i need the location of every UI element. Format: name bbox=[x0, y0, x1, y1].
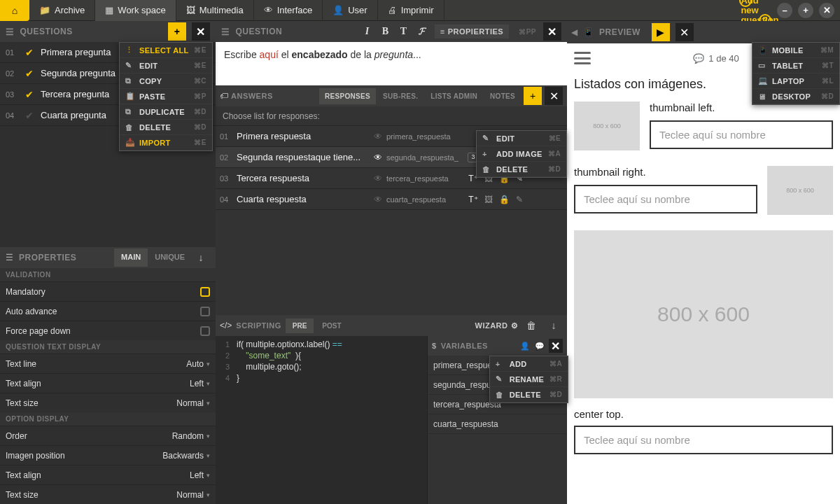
close-questions-button[interactable]: ✕ bbox=[192, 22, 210, 41]
lock-icon[interactable]: 🔒 bbox=[498, 195, 510, 204]
ctx-import[interactable]: 📥IMPORT⌘E bbox=[120, 135, 212, 150]
user-icon[interactable]: 👤 bbox=[520, 342, 531, 351]
add-question-button[interactable]: + bbox=[168, 22, 186, 41]
menu-multimedia[interactable]: 🖼Multimedia bbox=[176, 0, 254, 21]
scripting-delete-button[interactable]: 🗑 bbox=[522, 316, 540, 335]
bold-button[interactable]: B bbox=[379, 26, 393, 37]
tab-main[interactable]: MAIN bbox=[114, 248, 148, 267]
answer-row[interactable]: 04Cuarta respuesta👁cuarta_respuestaT⁺🖼🔒✎ bbox=[216, 189, 567, 210]
device-mobile[interactable]: 📱MOBILE⌘M bbox=[752, 43, 839, 58]
center-top-label: center top. bbox=[574, 408, 833, 420]
eye-icon[interactable]: 👁 bbox=[374, 174, 382, 183]
tab-pre[interactable]: PRE bbox=[286, 318, 314, 333]
gear-icon: ⚙ bbox=[511, 321, 519, 330]
ctx-delete-answer[interactable]: 🗑DELETE⌘D bbox=[477, 162, 566, 177]
maximize-button[interactable]: + bbox=[798, 3, 813, 18]
menu-archive[interactable]: 📁Archive bbox=[29, 0, 95, 21]
ctx-rename-var[interactable]: ✎RENAME⌘R bbox=[490, 372, 568, 387]
device-desktop[interactable]: 🖥DESKTOP⌘D bbox=[752, 89, 839, 104]
tab-post[interactable]: POST bbox=[315, 318, 348, 333]
variable-row[interactable]: cuarta_respuesta bbox=[428, 414, 567, 434]
prop-order[interactable]: OrderRandom▾ bbox=[0, 426, 216, 445]
tab-responses[interactable]: RESPONSES bbox=[319, 88, 376, 104]
tab-notes[interactable]: NOTES bbox=[484, 88, 521, 104]
play-preview-button[interactable]: ▶ bbox=[652, 23, 670, 41]
italic-button[interactable]: I bbox=[360, 26, 374, 37]
eye-icon[interactable]: 👁 bbox=[374, 153, 382, 162]
name-input-1[interactable]: Teclee aquí su nombre bbox=[650, 120, 833, 149]
questions-icon: ☰ bbox=[6, 27, 15, 37]
checkbox-off-icon[interactable] bbox=[200, 307, 210, 316]
prop-textalign[interactable]: Text alignLeft▾ bbox=[0, 373, 216, 393]
ctx-add-image[interactable]: +ADD IMAGE⌘A bbox=[477, 146, 566, 162]
menu-workspace[interactable]: ▦Work space bbox=[95, 0, 176, 21]
list-icon: ≡ bbox=[440, 27, 445, 36]
ctx-delete[interactable]: 🗑DELETE⌘D bbox=[120, 120, 212, 135]
question-properties-button[interactable]: ≡PROPIERTIES bbox=[435, 24, 509, 38]
edit-icon[interactable]: ✎ bbox=[514, 195, 525, 204]
name-input-2[interactable]: Teclee aquí su nombre bbox=[574, 185, 757, 214]
type-icon[interactable]: T⁺ bbox=[468, 195, 479, 204]
image-icon: 🖼 bbox=[186, 5, 195, 15]
close-window-button[interactable]: ✕ bbox=[819, 3, 834, 18]
prop-textsize[interactable]: Text sizeNormal▾ bbox=[0, 393, 216, 412]
close-answers-button[interactable]: ✕ bbox=[545, 87, 563, 105]
tab-subres[interactable]: SUB-RES. bbox=[377, 88, 424, 104]
prop-forcepage[interactable]: Force page down bbox=[0, 321, 216, 340]
device-tablet[interactable]: ▭TABLET⌘T bbox=[752, 58, 839, 74]
prop-textsize2[interactable]: Text sizeNormal▾ bbox=[0, 484, 216, 504]
variables-context-menu: +ADD⌘A ✎RENAME⌘R 🗑DELETE⌘D bbox=[489, 356, 568, 403]
ctx-delete-var[interactable]: 🗑DELETE⌘D bbox=[490, 387, 568, 402]
check-icon: ✔ bbox=[25, 47, 34, 58]
preview-title: PREVIEW bbox=[599, 27, 640, 37]
qtd-header: QUESTION TEXT DISPLAY bbox=[0, 340, 216, 354]
add-answer-button[interactable]: + bbox=[524, 87, 542, 105]
close-preview-button[interactable]: ✕ bbox=[676, 23, 694, 41]
thumb-right-label: thumbnail right. bbox=[574, 166, 757, 178]
check-icon: ✔ bbox=[25, 89, 34, 100]
tab-unique[interactable]: UNIQUE bbox=[148, 248, 192, 267]
comment-icon[interactable]: 💬 bbox=[535, 342, 545, 351]
prop-imgpos[interactable]: Imagen positionBackwards▾ bbox=[0, 445, 216, 465]
folder-icon: 📁 bbox=[39, 5, 50, 15]
ctx-duplicate[interactable]: ⧉DUPLICATE⌘D bbox=[120, 104, 212, 120]
menu-interface[interactable]: 👁Interface bbox=[254, 0, 323, 21]
menu-user[interactable]: 👤User bbox=[323, 0, 377, 21]
device-laptop[interactable]: 💻LAPTOP⌘L bbox=[752, 74, 839, 89]
dollar-icon: $ bbox=[432, 342, 437, 350]
eye-icon[interactable]: 👁 bbox=[374, 195, 382, 204]
thumbnail-left: 800 x 600 bbox=[574, 102, 640, 150]
ctx-edit-answer[interactable]: ✎EDIT⌘E bbox=[477, 131, 566, 146]
minimize-button[interactable]: – bbox=[777, 3, 792, 18]
tab-listsadmin[interactable]: LISTS ADMIN bbox=[425, 88, 483, 104]
preview-counter: 💬1 de 40 bbox=[693, 53, 738, 64]
ctx-copy[interactable]: ⧉COPY⌘C bbox=[120, 74, 212, 89]
prop-mandatory[interactable]: Mandatory bbox=[0, 281, 216, 301]
scripting-collapse-button[interactable]: ↓ bbox=[545, 316, 563, 335]
font-button[interactable]: 𝓕 bbox=[415, 26, 429, 37]
burger-icon[interactable] bbox=[574, 52, 591, 64]
eye-icon[interactable]: 👁 bbox=[374, 132, 382, 141]
menu-print[interactable]: 🖨Imprimir bbox=[378, 0, 444, 21]
checkbox-on-icon[interactable] bbox=[200, 287, 210, 297]
wizard-button[interactable]: WIZARD ⚙ bbox=[475, 321, 519, 330]
code-editor[interactable]: if( multiple.optionx.label() == "some_te… bbox=[232, 336, 427, 504]
prop-textline[interactable]: Text lineAuto▾ bbox=[0, 354, 216, 373]
ctx-edit[interactable]: ✎EDIT⌘E bbox=[120, 58, 212, 74]
close-question-button[interactable]: ✕ bbox=[543, 22, 561, 41]
checkbox-off-icon[interactable] bbox=[200, 326, 210, 336]
ctx-paste[interactable]: 📋PASTE⌘P bbox=[120, 89, 212, 104]
ctx-add-var[interactable]: +ADD⌘A bbox=[490, 356, 568, 372]
collapse-icon[interactable]: ◀ bbox=[571, 27, 578, 37]
text-format-button[interactable]: T bbox=[397, 26, 411, 37]
ctx-select-all[interactable]: ⋮SELECT ALL⌘E bbox=[120, 43, 212, 58]
name-input-3[interactable]: Teclee aquí su nombre bbox=[574, 426, 833, 454]
question-text-editor[interactable]: Escribe aquí el encabezado de la pregunt… bbox=[216, 42, 567, 85]
prop-textalign2[interactable]: Text alignLeft▾ bbox=[0, 465, 216, 484]
image-icon[interactable]: 🖼 bbox=[483, 195, 494, 204]
prop-autoadvance[interactable]: Auto advance bbox=[0, 301, 216, 321]
user-icon: 👤 bbox=[332, 5, 344, 15]
answers-title: ANSWERS bbox=[231, 92, 273, 100]
properties-collapse-button[interactable]: ↓ bbox=[192, 248, 210, 267]
close-variables-button[interactable]: ✕ bbox=[549, 339, 563, 353]
